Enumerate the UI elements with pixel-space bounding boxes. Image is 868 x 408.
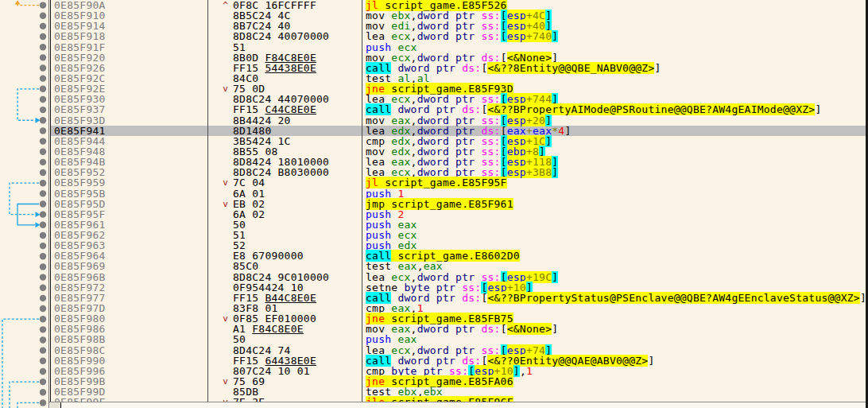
disasm-row[interactable]: 0E85F986A1 F84C8E0Emov eax,dword ptr ds:… [51,324,866,334]
breakpoint-dot[interactable] [40,117,46,123]
breakpoint-dot[interactable] [40,138,46,144]
jump-arrow-line [17,89,39,120]
disasm-row[interactable]: 0E85F95F6A 02push 2 [51,209,866,220]
bytes-cell: 8D8C24 40070000 [233,31,362,41]
breakpoint-dot[interactable] [40,263,46,270]
address-cell: 0E85F95F [51,209,207,220]
bytes-cell: 6A 02 [233,209,362,220]
jump-arrow-head [36,118,41,123]
breakpoint-dot[interactable] [40,295,46,301]
asm-token: ] [552,323,558,335]
breakpoint-dot[interactable] [40,326,46,332]
breakpoint-dot[interactable] [40,368,46,375]
jump-arrow-head [36,212,41,217]
breakpoint-dot[interactable] [40,200,46,207]
breakpoint-dot[interactable] [40,347,46,353]
disasm-row[interactable]: 0E85F977FF15 B44C8E0Ecall dword ptr ds:[… [51,293,866,303]
address-cell: 0E85F990 [51,356,207,366]
column-separator-address-bytes [207,0,208,408]
breakpoint-dot[interactable] [40,222,46,228]
disasm-row[interactable]: 0E85F9188D8C24 40070000lea ecx,dword ptr… [51,31,866,41]
breakpoint-dot[interactable] [40,107,46,113]
breakpoint-dot[interactable] [40,253,46,259]
instruction-cell: call dword ptr ds:[<&??BPropertyStatus@P… [362,293,866,303]
breakpoint-dot[interactable] [40,180,46,186]
jump-direction-caret: v [207,177,233,188]
breakpoint-dot[interactable] [40,54,46,60]
disasm-row[interactable]: 0E85F99Bv75 69jne script_game.E85FA06 [51,376,866,387]
asm-token: ] [552,271,558,283]
jump-direction-caret: v [207,313,233,324]
breakpoint-dot[interactable] [40,336,46,343]
disasm-row[interactable]: 0E85F926FF15 54438E0Ecall dword ptr ds:[… [51,63,866,73]
asm-token: +740 [526,30,552,42]
disasm-row[interactable]: 0E85F96251push ecx [51,230,866,240]
asm-token: ds: [481,323,500,335]
asm-token: ds: [462,292,481,304]
jump-arrow-line [2,319,39,408]
asm-token: 1 [526,365,533,377]
address-cell: 0E85F918 [51,31,207,41]
breakpoint-dot[interactable] [40,190,46,196]
gutter-border [48,0,49,408]
breakpoint-dot[interactable] [40,358,46,364]
scrollbar-thumb[interactable] [50,402,61,408]
breakpoint-dot[interactable] [40,316,46,322]
breakpoint-dot[interactable] [40,305,46,312]
address-cell: 0E85F98C [51,345,207,356]
asm-token: esp [507,166,526,178]
disasm-row[interactable]: 0E85F95DvEB 02jmp script_game.E85F961 [51,199,866,209]
breakpoint-dot[interactable] [40,75,46,81]
asm-token: dword ptr [417,323,482,335]
asm-token: +3B8 [526,166,552,178]
breakpoint-dot[interactable] [40,86,46,92]
bytes-cell: A1 F84C8E0E [233,324,362,334]
breakpoint-dot[interactable] [40,389,46,395]
asm-token: [ [501,323,507,335]
horizontal-scrollbar[interactable] [49,402,866,408]
bytes-cell: 51 [233,230,362,240]
breakpoint-dot[interactable] [40,64,46,71]
byte-group: F84C8E0E [252,323,304,335]
breakpoint-dot[interactable] [40,13,46,19]
breakpoint-dot[interactable] [40,23,46,29]
address-cell: 0E85F937 [51,104,207,115]
jump-direction-caret: v [207,376,233,387]
breakpoint-dot[interactable] [40,379,46,385]
disasm-row[interactable]: 0E85F96150push eax [51,220,866,230]
asm-token: ] [552,166,558,178]
disasm-row[interactable]: 0E85F964E8 67090000call script_game.E860… [51,251,866,261]
breakpoint-dot[interactable] [40,2,46,8]
breakpoint-dot[interactable] [40,33,46,40]
address-cell: 0E85F959 [51,177,207,188]
breakpoint-dot[interactable] [40,149,46,155]
breakpoint-dot[interactable] [40,211,46,217]
address-cell: 0E85F91F [51,42,207,52]
disasm-row[interactable]: 0E85F95B6A 01push 1 [51,188,866,199]
instruction-list: 0E85F90A^0F8C 16FCFFFFjl script_game.E85… [51,0,866,407]
address-cell: 0E85F920 [51,52,207,63]
breakpoint-dot[interactable] [40,232,46,239]
jump-arrow-head [36,222,41,227]
asm-token: dword ptr [417,30,482,42]
breakpoint-dot[interactable] [40,285,46,291]
jump-direction-caret: v [207,84,233,94]
byte-group: 8D8C24 40070000 [233,30,329,42]
breakpoint-dot[interactable] [40,96,46,103]
asm-token: ] [860,292,866,304]
asm-token: esp [507,30,526,42]
address-cell: 0E85F941 [51,126,207,136]
address-cell: 0E85F969 [51,261,207,271]
jump-gutter [0,0,51,408]
breakpoint-dot[interactable] [40,274,46,280]
breakpoint-dot[interactable] [40,399,46,406]
disassembly-view: 0E85F90A^0F8C 16FCFFFFjl script_game.E85… [0,0,868,408]
breakpoint-dot[interactable] [40,44,46,50]
breakpoint-dot[interactable] [40,169,46,176]
disasm-row[interactable]: 0E85F959v7C 04jl script_game.E85F95F [51,177,866,188]
asm-token: script_game.E85F961 [391,198,513,210]
breakpoint-dot[interactable] [40,243,46,249]
asm-token: ss: [481,30,500,42]
breakpoint-dot[interactable] [40,127,46,134]
breakpoint-dot[interactable] [40,159,46,165]
